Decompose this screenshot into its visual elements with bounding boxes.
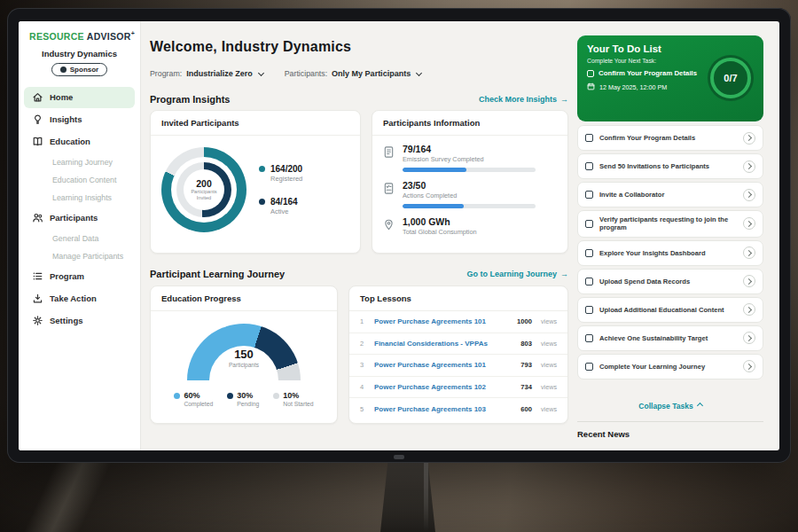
checkbox-icon[interactable] [585, 278, 593, 286]
section-title: Program Insights [150, 94, 230, 105]
sidebar-item-learning-journey[interactable]: Learning Journey [24, 153, 135, 171]
sponsor-icon [60, 66, 66, 73]
sidebar-item-education-content[interactable]: Education Content [24, 171, 135, 189]
card-title: Participants Information [372, 111, 567, 136]
task-label: Explore Your Insights Dashboard [599, 249, 737, 257]
task-send-invitations[interactable]: Send 50 Invitations to Participants [577, 153, 763, 179]
sidebar-item-program[interactable]: Program [24, 266, 135, 287]
legend-label: Pending [237, 401, 259, 407]
lesson-row: 4 Power Purchase Agreements 102 734 view… [349, 377, 567, 399]
chevron-right-icon[interactable] [743, 160, 755, 173]
people-icon [32, 212, 43, 223]
link-label: Go to Learning Journey [466, 270, 557, 278]
sidebar-item-label: Manage Participants [52, 252, 123, 261]
lesson-views-suffix: views [541, 405, 557, 413]
legend-value: 84/164 [270, 197, 298, 207]
task-label: Complete Your Learning Journey [599, 363, 737, 371]
chevron-right-icon[interactable] [743, 246, 755, 259]
sidebar: RESOURCE ADVISOR+ Industry Dynamics Spon… [19, 21, 141, 450]
stat-label: Total Global Consumption [403, 228, 477, 236]
chevron-right-icon[interactable] [743, 132, 755, 145]
sidebar-item-general-data[interactable]: General Data [24, 230, 135, 247]
lesson-link[interactable]: Power Purchase Agreements 102 [374, 383, 513, 391]
progress-fill [403, 168, 466, 172]
lesson-views: 734 [520, 383, 532, 391]
legend-not-started: 10% Not Started [273, 391, 313, 407]
chevron-right-icon[interactable] [743, 360, 755, 372]
checkbox-icon[interactable] [585, 220, 593, 228]
checkbox-icon[interactable] [585, 363, 593, 371]
lesson-link[interactable]: Financial Considerations - VPPAs [374, 340, 513, 348]
sidebar-item-home[interactable]: Home [24, 87, 135, 108]
participants-filter[interactable]: Participants: Only My Participants [285, 69, 421, 78]
lesson-row: 2 Financial Considerations - VPPAs 803 v… [349, 333, 567, 356]
sponsor-badge-label: Sponsor [70, 66, 98, 74]
lesson-link[interactable]: Power Purchase Agreements 101 [374, 317, 510, 325]
task-complete-learning-journey[interactable]: Complete Your Learning Journey [577, 354, 763, 379]
task-upload-educational-content[interactable]: Upload Additional Educational Content [577, 297, 763, 323]
page-title: Welcome, Industry Dynamics [150, 39, 351, 55]
participants-filter-label: Participants: [285, 69, 327, 78]
program-filter-label: Program: [150, 69, 182, 78]
checkbox-icon[interactable] [585, 306, 593, 314]
sidebar-item-label: Participants [50, 213, 98, 223]
task-invite-collaborator[interactable]: Invite a Collaborator [577, 182, 763, 207]
participants-filter-value: Only My Participants [332, 69, 411, 78]
sidebar-item-education[interactable]: Education [24, 131, 135, 153]
chevron-right-icon[interactable] [743, 303, 755, 316]
filter-bar: Program: Industrialize Zero Participants… [150, 69, 421, 78]
chevron-right-icon[interactable] [743, 275, 755, 287]
lesson-views: 1000 [517, 317, 532, 325]
lesson-link[interactable]: Power Purchase Agreements 103 [374, 405, 513, 413]
education-legend: 60% Completed 30% Pending [151, 391, 337, 407]
checkbox-icon[interactable] [585, 134, 593, 142]
program-filter[interactable]: Program: Industrialize Zero [150, 69, 263, 78]
progress-fill [403, 204, 464, 208]
sidebar-item-manage-participants[interactable]: Manage Participants [24, 247, 135, 265]
lesson-link[interactable]: Power Purchase Agreements 101 [374, 361, 513, 369]
task-label: Verify participants requesting to join t… [599, 215, 737, 232]
task-achieve-sustainability-target[interactable]: Achieve One Sustainability Target [577, 325, 763, 351]
collapse-tasks-link[interactable]: Collapse Tasks [577, 402, 763, 411]
sidebar-item-learning-insights[interactable]: Learning Insights [24, 189, 135, 207]
sidebar-item-insights[interactable]: Insights [24, 109, 135, 130]
lightbulb-icon [32, 113, 43, 125]
task-confirm-program-details[interactable]: Confirm Your Program Details [577, 125, 763, 151]
sponsor-badge[interactable]: Sponsor [51, 63, 107, 76]
go-to-learning-journey-link[interactable]: Go to Learning Journey → [466, 270, 568, 278]
calendar-icon [587, 82, 595, 92]
sidebar-item-participants[interactable]: Participants [24, 207, 135, 229]
checkbox-icon[interactable] [585, 249, 593, 257]
location-pin-icon [383, 218, 395, 231]
book-icon [32, 136, 43, 147]
task-verify-participants[interactable]: Verify participants requesting to join t… [577, 210, 763, 238]
invited-donut-center: 200 Participants Invited [184, 169, 224, 210]
sidebar-item-take-action[interactable]: Take Action [24, 288, 135, 309]
participants-information-card: Participants Information 79/164 Emission… [372, 110, 568, 254]
chevron-up-icon [697, 403, 703, 409]
donut-center-value: 200 [196, 178, 212, 189]
lesson-views: 803 [520, 340, 532, 348]
check-more-insights-link[interactable]: Check More Insights → [479, 95, 568, 104]
task-upload-spend-data[interactable]: Upload Spend Data Records [577, 269, 763, 294]
checkbox-icon[interactable] [585, 334, 593, 342]
task-explore-insights[interactable]: Explore Your Insights Dashboard [577, 240, 763, 266]
chevron-right-icon[interactable] [743, 332, 755, 344]
legend-pct: 60% [184, 391, 200, 400]
checkbox-icon[interactable] [587, 70, 594, 77]
checkbox-icon[interactable] [585, 191, 593, 199]
link-label: Check More Insights [479, 95, 557, 104]
sidebar-item-label: Learning Journey [52, 158, 113, 167]
sidebar-item-settings[interactable]: Settings [24, 310, 135, 332]
todo-next-task[interactable]: Confirm Your Program Details [587, 69, 707, 77]
chevron-right-icon[interactable] [743, 217, 755, 230]
chevron-right-icon[interactable] [743, 189, 755, 201]
stat-value: 79/164 [403, 144, 536, 154]
lesson-rank: 5 [360, 405, 367, 413]
checkbox-icon[interactable] [585, 162, 593, 170]
todo-summary-card: Your To Do List Complete Your Next Task:… [577, 35, 763, 121]
progress-bar [403, 168, 536, 172]
sidebar-item-label: Learning Insights [52, 193, 112, 202]
chevron-down-icon [416, 69, 422, 75]
donut-center-label: Participants Invited [188, 189, 220, 201]
